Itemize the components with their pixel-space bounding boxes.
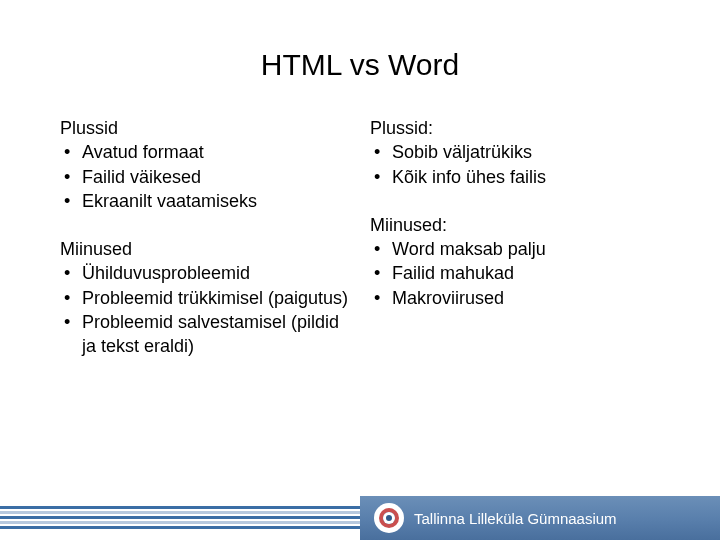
footer-logo-bar: Tallinna Lilleküla Gümnaasium	[360, 496, 720, 540]
list-item: Kõik info ühes failis	[370, 165, 660, 189]
footer-org-name: Tallinna Lilleküla Gümnaasium	[414, 510, 617, 527]
slide: HTML vs Word Plussid Avatud formaat Fail…	[0, 0, 720, 540]
right-cons-heading: Miinused:	[370, 213, 660, 237]
left-cons-list: Ühilduvusprobleemid Probleemid trükkimis…	[60, 261, 350, 358]
right-column: Plussid: Sobib väljatrükiks Kõik info üh…	[370, 116, 660, 540]
left-cons-heading: Miinused	[60, 237, 350, 261]
left-pros-heading: Plussid	[60, 116, 350, 140]
left-pros-block: Plussid Avatud formaat Failid väikesed E…	[60, 116, 350, 213]
left-column: Plussid Avatud formaat Failid väikesed E…	[60, 116, 350, 540]
list-item: Avatud formaat	[60, 140, 350, 164]
list-item: Ekraanilt vaatamiseks	[60, 189, 350, 213]
right-pros-block: Plussid: Sobib väljatrükiks Kõik info üh…	[370, 116, 660, 189]
left-pros-list: Avatud formaat Failid väikesed Ekraanilt…	[60, 140, 350, 213]
right-cons-list: Word maksab palju Failid mahukad Makrovi…	[370, 237, 660, 310]
list-item: Sobib väljatrükiks	[370, 140, 660, 164]
list-item: Word maksab palju	[370, 237, 660, 261]
right-pros-list: Sobib väljatrükiks Kõik info ühes failis	[370, 140, 660, 189]
list-item: Ühilduvusprobleemid	[60, 261, 350, 285]
list-item: Probleemid trükkimisel (paigutus)	[60, 286, 350, 310]
slide-title: HTML vs Word	[0, 48, 720, 82]
content-area: Plussid Avatud formaat Failid väikesed E…	[0, 116, 720, 540]
footer-stripe-decoration	[0, 496, 360, 540]
left-cons-block: Miinused Ühilduvusprobleemid Probleemid …	[60, 237, 350, 358]
school-logo-icon	[374, 503, 404, 533]
list-item: Probleemid salvestamisel (pildid ja teks…	[60, 310, 350, 359]
list-item: Makroviirused	[370, 286, 660, 310]
right-pros-heading: Plussid:	[370, 116, 660, 140]
footer: Tallinna Lilleküla Gümnaasium	[0, 496, 720, 540]
list-item: Failid mahukad	[370, 261, 660, 285]
right-cons-block: Miinused: Word maksab palju Failid mahuk…	[370, 213, 660, 310]
list-item: Failid väikesed	[60, 165, 350, 189]
